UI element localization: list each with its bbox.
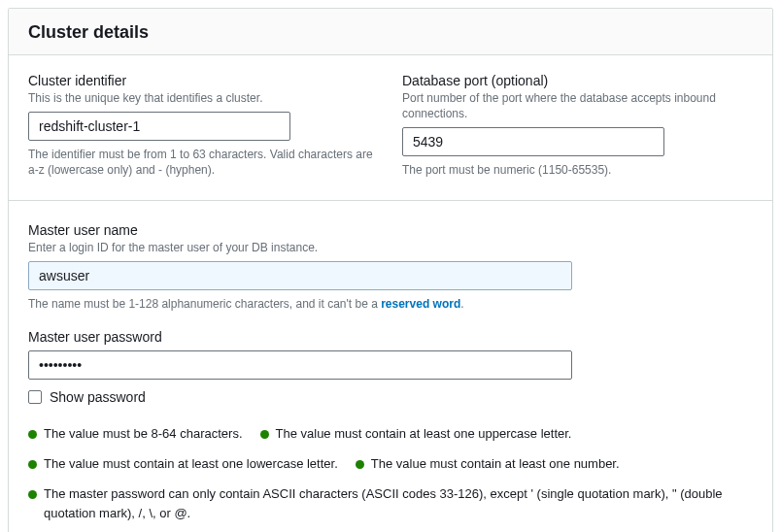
cluster-identifier-input[interactable]	[28, 112, 290, 141]
panel-body: Cluster identifier This is the unique ke…	[9, 55, 772, 532]
master-user-name-hint-post: .	[460, 297, 463, 311]
master-user-password-input[interactable]	[28, 350, 572, 380]
master-user-password-label: Master user password	[28, 329, 753, 345]
database-port-input[interactable]	[402, 127, 664, 156]
check-icon	[356, 460, 364, 469]
rule-line-3: The master password can only contain ASC…	[28, 484, 753, 525]
rule-2: The value must contain at least one uppe…	[260, 424, 572, 445]
show-password-label: Show password	[50, 389, 146, 405]
rule-5-text: The master password can only contain ASC…	[44, 484, 743, 525]
master-user-password-field: Master user password Show password	[28, 329, 753, 405]
check-icon	[28, 490, 37, 499]
cluster-details-panel: Cluster details Cluster identifier This …	[8, 8, 773, 532]
reserved-word-link[interactable]: reserved word	[381, 297, 460, 311]
check-icon	[28, 460, 37, 469]
cluster-identifier-label: Cluster identifier	[28, 73, 379, 88]
rule-2-text: The value must contain at least one uppe…	[276, 424, 572, 445]
database-port-desc: Port number of the port where the databa…	[402, 90, 753, 121]
panel-header: Cluster details	[9, 9, 772, 55]
divider	[9, 200, 772, 201]
database-port-label: Database port (optional)	[402, 73, 753, 88]
rule-line-2: The value must contain at least one lowe…	[28, 454, 753, 475]
master-user-name-hint: The name must be 1-128 alphanumeric char…	[28, 296, 753, 312]
rule-3-text: The value must contain at least one lowe…	[44, 454, 338, 475]
check-icon	[28, 430, 37, 439]
rule-line-1: The value must be 8-64 characters. The v…	[28, 424, 753, 445]
master-user-name-input[interactable]	[28, 261, 572, 290]
password-rules: The value must be 8-64 characters. The v…	[28, 424, 753, 524]
cluster-identifier-hint: The identifier must be from 1 to 63 char…	[28, 147, 379, 178]
master-user-name-field: Master user name Enter a login ID for th…	[28, 222, 753, 312]
top-row: Cluster identifier This is the unique ke…	[28, 73, 753, 179]
panel-title: Cluster details	[28, 22, 753, 43]
rule-4: The value must contain at least one numb…	[356, 454, 620, 475]
show-password-row: Show password	[28, 389, 753, 405]
database-port-hint: The port must be numeric (1150-65535).	[402, 162, 753, 178]
master-user-name-hint-pre: The name must be 1-128 alphanumeric char…	[28, 297, 381, 311]
rule-1: The value must be 8-64 characters.	[28, 424, 243, 445]
rule-4-text: The value must contain at least one numb…	[371, 454, 620, 475]
rule-5: The master password can only contain ASC…	[28, 484, 743, 525]
cluster-identifier-field: Cluster identifier This is the unique ke…	[28, 73, 379, 179]
rule-3: The value must contain at least one lowe…	[28, 454, 338, 475]
show-password-checkbox[interactable]	[28, 390, 42, 404]
cluster-identifier-desc: This is the unique key that identifies a…	[28, 90, 379, 106]
check-icon	[260, 430, 269, 439]
database-port-field: Database port (optional) Port number of …	[402, 73, 753, 179]
rule-1-text: The value must be 8-64 characters.	[44, 424, 243, 445]
master-user-name-label: Master user name	[28, 222, 753, 238]
master-user-name-desc: Enter a login ID for the master user of …	[28, 240, 753, 255]
